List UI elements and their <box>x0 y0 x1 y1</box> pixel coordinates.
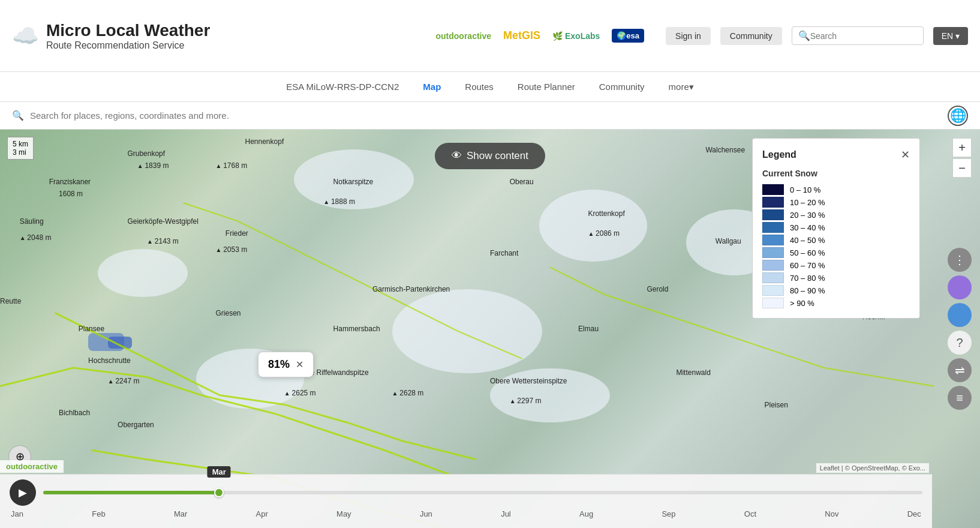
play-button[interactable]: ▶ <box>10 479 36 506</box>
month-jul: Jul <box>501 509 511 518</box>
layer-stack-button[interactable]: ≡ <box>948 386 972 410</box>
legend-color-4 <box>762 235 784 245</box>
timeline-controls: ▶ Mar <box>10 479 922 506</box>
legend-item-2: 20 – 30 % <box>762 209 910 220</box>
month-jan: Jan <box>11 509 23 518</box>
month-may: May <box>336 509 351 518</box>
map-search-bar: 🔍 🌐 <box>0 102 980 130</box>
globe-icon[interactable]: 🌐 <box>948 106 968 126</box>
community-button[interactable]: Community <box>720 27 782 45</box>
show-content-label: Show content <box>467 150 528 162</box>
month-apr: Apr <box>256 509 268 518</box>
timeline-thumb[interactable] <box>214 488 224 497</box>
legend-title: Legend <box>762 149 796 160</box>
attribution: Leaflet | © OpenStreetMap, © Exo... <box>816 463 929 473</box>
month-dec: Dec <box>907 509 921 518</box>
search-icon: 🔍 <box>798 30 810 41</box>
more-options-button[interactable]: ⋮ <box>948 248 972 272</box>
map-scale: 5 km 3 mi <box>7 137 34 160</box>
snow-patch <box>98 249 188 297</box>
app-title: Micro Local Weather <box>46 21 210 40</box>
legend-item-6: 60 – 70 % <box>762 260 910 271</box>
lang-button[interactable]: EN ▾ <box>933 27 968 45</box>
legend-label-0: 0 – 10 % <box>790 185 820 194</box>
layers-button[interactable] <box>948 275 972 299</box>
legend-panel: Legend ✕ Current Snow 0 – 10 % 10 – 20 %… <box>752 138 920 319</box>
nav-bar: ESA MiLoW-RRS-DP-CCN2 Map Routes Route P… <box>0 72 980 102</box>
timeline-slider[interactable] <box>43 491 922 494</box>
legend-color-1 <box>762 197 784 208</box>
legend-color-5 <box>762 247 784 258</box>
partner-outdooractive: outdooractive <box>436 31 492 41</box>
legend-color-7 <box>762 272 784 283</box>
zoom-in-button[interactable]: + <box>952 138 972 157</box>
header-search-input[interactable] <box>810 31 917 41</box>
legend-header: Legend ✕ <box>762 148 910 161</box>
info-button[interactable] <box>948 303 972 327</box>
search-icon-map: 🔍 <box>12 110 24 121</box>
month-nov: Nov <box>825 509 838 518</box>
timeline-slider-container[interactable]: Mar <box>43 491 922 494</box>
legend-item-0: 0 – 10 % <box>762 184 910 195</box>
legend-item-7: 70 – 80 % <box>762 272 910 283</box>
legend-label-4: 40 – 50 % <box>790 236 825 245</box>
legend-subtitle: Current Snow <box>762 169 910 178</box>
legend-item-3: 30 – 40 % <box>762 222 910 233</box>
snow-patch <box>539 190 647 262</box>
month-sep: Sep <box>662 509 675 518</box>
partner-exolabs: 🌿 ExoLabs <box>552 31 600 41</box>
question-button[interactable]: ? <box>948 331 972 355</box>
zoom-controls: + − <box>952 138 972 178</box>
legend-color-0 <box>762 184 784 195</box>
legend-label-3: 30 – 40 % <box>790 223 825 232</box>
tooltip-close-button[interactable]: ✕ <box>296 359 303 370</box>
legend-items: 0 – 10 % 10 – 20 % 20 – 30 % 30 – 40 % 4… <box>762 184 910 308</box>
nav-item-route-planner[interactable]: Route Planner <box>518 82 575 92</box>
scale-mi: 3 mi <box>13 148 28 157</box>
partner-metgis: MetGIS <box>503 29 540 42</box>
partner-esa: 🌍esa <box>612 29 644 43</box>
sign-in-button[interactable]: Sign in <box>666 27 711 45</box>
month-jun: Jun <box>420 509 432 518</box>
tooltip-popup: 81% ✕ <box>258 352 314 377</box>
snow-patch <box>392 289 542 373</box>
nav-item-more[interactable]: more▾ <box>669 82 694 92</box>
nav-item-routes[interactable]: Routes <box>465 82 494 92</box>
legend-label-5: 50 – 60 % <box>790 248 825 257</box>
nav-item-esa[interactable]: ESA MiLoW-RRS-DP-CCN2 <box>286 82 399 92</box>
timeline-bar: ▶ Mar Jan Feb Mar Apr May Jun Jul Aug Se… <box>0 474 932 528</box>
month-oct: Oct <box>744 509 756 518</box>
legend-color-3 <box>762 222 784 233</box>
legend-label-2: 20 – 30 % <box>790 211 825 220</box>
logo-area: ☁️ Micro Local Weather Route Recommendat… <box>12 21 210 51</box>
legend-color-6 <box>762 260 784 271</box>
legend-item-5: 50 – 60 % <box>762 247 910 258</box>
app-subtitle: Route Recommendation Service <box>46 40 210 51</box>
snow-patch <box>294 149 414 209</box>
timeline-marker: Mar <box>208 466 231 478</box>
partner-logos: outdooractive MetGIS 🌿 ExoLabs 🌍esa <box>436 29 645 43</box>
share-button[interactable]: ⇌ <box>948 358 972 382</box>
logo-text: Micro Local Weather Route Recommendation… <box>46 21 210 51</box>
nav-item-map[interactable]: Map <box>423 82 441 92</box>
zoom-out-button[interactable]: − <box>952 158 972 178</box>
legend-item-4: 40 – 50 % <box>762 235 910 245</box>
legend-item-9: > 90 % <box>762 298 910 308</box>
month-feb: Feb <box>92 509 105 518</box>
legend-close-button[interactable]: ✕ <box>901 148 910 161</box>
month-labels: Jan Feb Mar Apr May Jun Jul Aug Sep Oct … <box>10 509 922 518</box>
header: ☁️ Micro Local Weather Route Recommendat… <box>0 0 980 72</box>
map-search-input[interactable] <box>30 110 942 121</box>
legend-color-2 <box>762 209 784 220</box>
watermark: outdooractive <box>0 460 64 473</box>
legend-label-8: 80 – 90 % <box>790 286 825 295</box>
month-aug: Aug <box>579 509 593 518</box>
map-container[interactable]: Walchensee Hennenkopf Grubenkopf 1768 m … <box>0 130 980 528</box>
eye-icon: 👁 <box>452 150 462 162</box>
header-search-box[interactable]: 🔍 <box>792 26 924 45</box>
scale-km: 5 km <box>13 140 28 148</box>
show-content-button[interactable]: 👁 Show content <box>435 143 545 169</box>
month-mar: Mar <box>174 509 187 518</box>
legend-label-1: 10 – 20 % <box>790 198 825 207</box>
nav-item-community[interactable]: Community <box>599 82 645 92</box>
